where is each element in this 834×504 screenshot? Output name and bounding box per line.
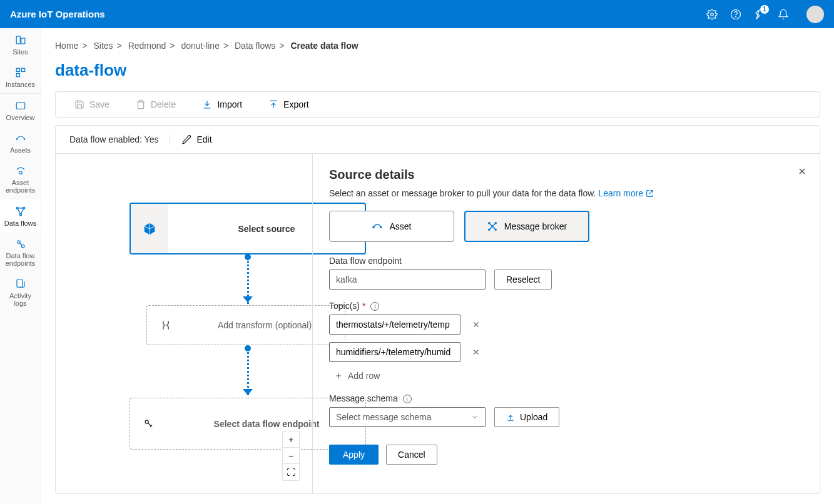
notification-badge: 1	[760, 5, 769, 14]
import-icon	[202, 99, 212, 109]
zoom-in-button[interactable]: +	[283, 431, 299, 448]
topics-label: Topic(s) * i	[329, 301, 803, 311]
panel-title: Source details	[329, 168, 803, 182]
breadcrumb-dataflows[interactable]: Data flows	[235, 41, 275, 51]
endpoint-icon	[143, 418, 155, 430]
zoom-out-button[interactable]: −	[283, 448, 299, 464]
canvas-zoom-controls: + − ⛶	[282, 431, 300, 481]
delete-button: Delete	[136, 99, 176, 109]
breadcrumb: Home> Sites> Redmond> donut-line> Data f…	[55, 41, 820, 51]
svg-rect-3	[16, 36, 20, 44]
asset-tab-icon	[372, 221, 383, 232]
svg-rect-6	[21, 68, 24, 71]
help-icon[interactable]	[730, 9, 741, 20]
import-button[interactable]: Import	[202, 99, 242, 109]
overview-icon	[15, 100, 26, 111]
svg-point-10	[24, 139, 25, 140]
broker-tab-icon	[487, 221, 498, 232]
close-icon[interactable]	[797, 166, 807, 176]
svg-point-14	[19, 213, 21, 215]
sidenav-assets[interactable]: Assets	[0, 126, 41, 159]
sidenav-asset-endpoints[interactable]: Asset endpoints	[0, 159, 41, 199]
breadcrumb-home[interactable]: Home	[55, 41, 78, 51]
svg-rect-4	[21, 38, 24, 44]
topic-input-1[interactable]	[329, 342, 460, 362]
remove-topic-icon[interactable]	[472, 348, 481, 356]
dataflow-enabled-status: Data flow enabled: Yes	[69, 134, 170, 144]
settings-icon[interactable]	[706, 9, 718, 20]
assets-icon	[15, 133, 26, 144]
sidenav-activity-logs[interactable]: Activity logs	[0, 272, 41, 312]
svg-point-19	[373, 226, 374, 228]
side-nav: Sites Instances Overview Assets Asset en…	[0, 28, 41, 504]
endpoint-input	[329, 270, 486, 290]
schema-label: Message schema i	[329, 393, 803, 403]
instances-icon	[15, 67, 26, 78]
diagnostics-icon[interactable]: 1	[754, 9, 765, 20]
enable-bar: Data flow enabled: Yes Edit	[56, 126, 820, 154]
toolbar: Save Delete Import Export	[55, 91, 820, 118]
svg-point-12	[16, 207, 18, 209]
sidenav-data-flows[interactable]: Data flows	[0, 199, 41, 232]
sidenav-sites[interactable]: Sites	[0, 28, 41, 61]
svg-point-0	[711, 13, 714, 16]
reselect-button[interactable]: Reselect	[494, 270, 552, 290]
edit-icon	[181, 134, 191, 144]
sidenav-overview[interactable]: Overview	[0, 94, 41, 126]
endpoint-label: Data flow endpoint	[329, 256, 803, 266]
data-flows-icon	[15, 206, 26, 217]
activity-logs-icon	[15, 278, 26, 290]
svg-rect-17	[17, 280, 23, 287]
cube-icon	[143, 222, 156, 236]
schema-select[interactable]: Select message schema	[329, 407, 486, 427]
breadcrumb-sites[interactable]: Sites	[93, 41, 113, 51]
svg-rect-8	[16, 103, 25, 109]
remove-topic-icon[interactable]	[472, 320, 481, 329]
delete-icon	[136, 99, 146, 109]
sidenav-data-flow-endpoints[interactable]: Data flow endpoints	[0, 232, 41, 272]
topic-input-0[interactable]	[329, 315, 460, 335]
breadcrumb-redmond[interactable]: Redmond	[128, 41, 166, 51]
svg-point-13	[23, 207, 24, 209]
svg-rect-5	[16, 68, 19, 71]
svg-point-9	[16, 139, 18, 140]
transform-icon	[160, 319, 172, 331]
tab-message-broker[interactable]: Message broker	[464, 211, 589, 242]
save-button: Save	[74, 99, 109, 109]
dataflow-endpoints-icon	[15, 238, 26, 249]
panel-description: Select an asset or message broker to pul…	[329, 188, 803, 198]
chevron-down-icon	[471, 413, 479, 421]
info-icon[interactable]: i	[370, 302, 379, 311]
export-icon	[268, 99, 278, 109]
cancel-button[interactable]: Cancel	[386, 445, 437, 465]
tab-asset[interactable]: Asset	[329, 211, 454, 242]
edit-button[interactable]: Edit	[181, 134, 211, 144]
learn-more-link[interactable]: Learn more	[598, 188, 653, 198]
svg-point-11	[19, 171, 22, 174]
source-details-panel: Source details Select an asset or messag…	[312, 154, 820, 493]
svg-rect-7	[16, 74, 19, 77]
upload-icon	[506, 413, 515, 421]
info-icon[interactable]: i	[403, 395, 412, 403]
product-title: Azure IoT Operations	[10, 9, 706, 19]
sidenav-instances[interactable]: Instances	[0, 61, 41, 94]
notifications-icon[interactable]	[778, 9, 789, 20]
flow-canvas[interactable]: Select source Add transform (optional)	[56, 154, 312, 493]
asset-endpoints-icon	[15, 165, 26, 176]
svg-point-21	[491, 226, 493, 228]
add-row-button[interactable]: Add row	[334, 371, 380, 381]
apply-button[interactable]: Apply	[329, 445, 379, 465]
export-button[interactable]: Export	[268, 99, 308, 109]
top-header: Azure IoT Operations 1	[0, 0, 834, 28]
upload-button[interactable]: Upload	[494, 407, 559, 427]
breadcrumb-current: Create data flow	[290, 41, 358, 51]
save-icon	[74, 99, 84, 109]
page-title: data-flow	[55, 61, 820, 80]
zoom-fit-button[interactable]: ⛶	[283, 464, 299, 480]
avatar[interactable]	[806, 6, 824, 23]
svg-point-20	[380, 226, 382, 228]
svg-point-2	[736, 16, 736, 17]
sites-icon	[15, 34, 26, 46]
breadcrumb-donut-line[interactable]: donut-line	[181, 41, 220, 51]
